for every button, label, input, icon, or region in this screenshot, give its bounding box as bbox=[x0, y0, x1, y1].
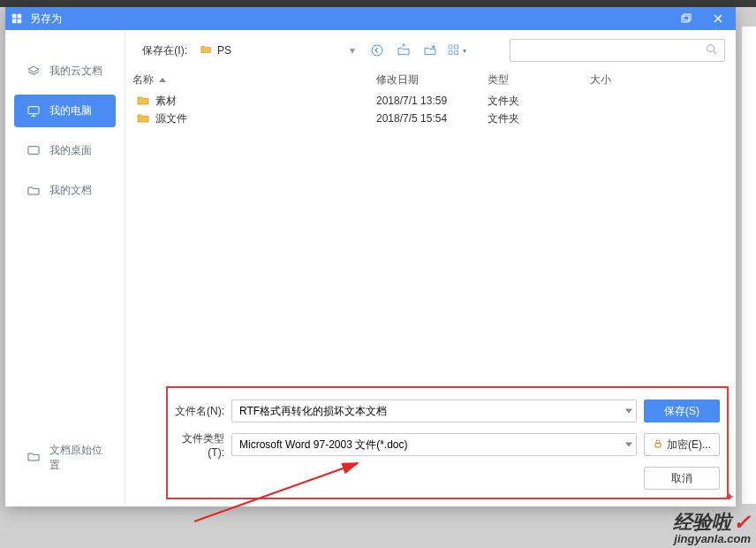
folder-icon bbox=[26, 450, 41, 467]
folder-icon bbox=[26, 184, 41, 198]
watermark: 经验啦 ✓ jingyanla.com bbox=[673, 512, 751, 544]
watermark-cn: 经验啦 bbox=[673, 513, 731, 532]
svg-rect-5 bbox=[449, 45, 452, 49]
cancel-button[interactable]: 取消 bbox=[644, 467, 720, 490]
svg-rect-1 bbox=[684, 14, 691, 20]
check-icon: ✓ bbox=[733, 512, 751, 533]
sidebar-item-original-location[interactable]: 文档原始位置 bbox=[14, 434, 116, 482]
sidebar-item-label: 我的文档 bbox=[49, 183, 92, 198]
folder-icon bbox=[136, 111, 150, 126]
sidebar-item-my-computer[interactable]: 我的电脑 bbox=[14, 95, 116, 127]
svg-rect-7 bbox=[449, 51, 452, 55]
column-type[interactable]: 类型 bbox=[480, 72, 583, 88]
search-icon bbox=[705, 42, 719, 59]
filename-input[interactable] bbox=[232, 405, 620, 417]
column-headers: 名称 修改日期 类型 大小 bbox=[125, 67, 736, 92]
filetype-value[interactable] bbox=[232, 438, 620, 451]
restore-button[interactable] bbox=[674, 7, 699, 30]
svg-rect-8 bbox=[455, 51, 458, 55]
filename-field-wrap[interactable] bbox=[231, 400, 637, 422]
view-mode-button[interactable]: ▾ bbox=[447, 41, 466, 60]
chevron-down-icon bbox=[625, 443, 632, 447]
chevron-down-icon: ▾ bbox=[350, 44, 355, 57]
current-folder-name: PS bbox=[217, 44, 231, 57]
svg-rect-10 bbox=[655, 443, 661, 447]
column-modified[interactable]: 修改日期 bbox=[369, 72, 480, 88]
column-name[interactable]: 名称 bbox=[125, 72, 369, 88]
computer-icon bbox=[26, 104, 41, 118]
watermark-en: jingyanla.com bbox=[673, 533, 751, 544]
cancel-button-label: 取消 bbox=[671, 471, 692, 486]
column-size[interactable]: 大小 bbox=[583, 72, 671, 88]
save-button[interactable]: 保存(S) bbox=[644, 400, 720, 422]
file-modified: 2018/7/5 15:54 bbox=[369, 112, 480, 125]
file-name: 源文件 bbox=[155, 111, 187, 126]
chevron-down-icon: ▾ bbox=[463, 47, 466, 55]
bottom-form: 文件名(N): 保存(S) 文件类型(T): bbox=[166, 386, 729, 499]
close-button[interactable] bbox=[706, 7, 730, 30]
sidebar-item-cloud-docs[interactable]: 我的云文档 bbox=[14, 55, 116, 88]
chevron-down-icon bbox=[625, 409, 632, 414]
svg-rect-0 bbox=[682, 16, 689, 22]
cloud-icon bbox=[26, 65, 41, 79]
sidebar-item-my-documents[interactable]: 我的文档 bbox=[14, 174, 116, 207]
sidebar: 我的云文档 我的电脑 我的桌面 bbox=[5, 30, 125, 506]
encrypt-button[interactable]: 加密(E)... bbox=[644, 433, 720, 456]
encrypt-button-label: 加密(E)... bbox=[667, 438, 711, 453]
search-input[interactable] bbox=[516, 44, 705, 57]
folder-icon bbox=[136, 94, 150, 108]
svg-point-4 bbox=[372, 45, 382, 56]
file-name: 素材 bbox=[155, 94, 177, 109]
file-modified: 2018/7/1 13:59 bbox=[369, 95, 480, 107]
location-dropdown[interactable]: PS ▾ bbox=[194, 41, 360, 60]
back-button[interactable] bbox=[367, 41, 387, 60]
list-item[interactable]: 源文件 2018/7/5 15:54 文件夹 bbox=[125, 110, 736, 127]
save-button-label: 保存(S) bbox=[664, 404, 699, 419]
save-in-label: 保存在(I): bbox=[136, 43, 187, 58]
sidebar-item-label: 文档原始位置 bbox=[49, 443, 103, 473]
toolbar: 保存在(I): PS ▾ bbox=[125, 30, 736, 67]
list-item[interactable]: 素材 2018/7/1 13:59 文件夹 bbox=[125, 92, 736, 110]
folder-icon bbox=[200, 43, 212, 58]
svg-point-9 bbox=[707, 44, 714, 51]
sidebar-item-label: 我的桌面 bbox=[49, 143, 92, 158]
desktop-icon bbox=[26, 144, 41, 158]
filetype-dropdown[interactable] bbox=[231, 433, 637, 456]
file-type: 文件夹 bbox=[480, 94, 583, 109]
file-type: 文件夹 bbox=[480, 111, 583, 126]
sidebar-item-label: 我的云文档 bbox=[49, 64, 102, 79]
sidebar-item-label: 我的电脑 bbox=[49, 103, 92, 118]
save-as-dialog: 另存为 我的云文档 bbox=[5, 7, 736, 506]
svg-rect-6 bbox=[455, 45, 458, 49]
file-list: 素材 2018/7/1 13:59 文件夹 源文件 201 bbox=[125, 92, 736, 386]
svg-rect-3 bbox=[28, 146, 39, 154]
app-logo-icon bbox=[11, 12, 23, 25]
titlebar: 另存为 bbox=[5, 7, 736, 30]
sidebar-item-desktop[interactable]: 我的桌面 bbox=[14, 134, 116, 167]
svg-rect-2 bbox=[28, 106, 39, 113]
main-panel: 保存在(I): PS ▾ bbox=[125, 30, 736, 506]
search-box[interactable] bbox=[510, 39, 725, 62]
up-level-button[interactable] bbox=[394, 41, 413, 60]
dialog-title: 另存为 bbox=[30, 11, 62, 27]
filetype-label: 文件类型(T): bbox=[175, 431, 224, 459]
lock-icon bbox=[653, 438, 663, 452]
filename-label: 文件名(N): bbox=[175, 404, 224, 419]
new-folder-button[interactable] bbox=[420, 41, 440, 60]
